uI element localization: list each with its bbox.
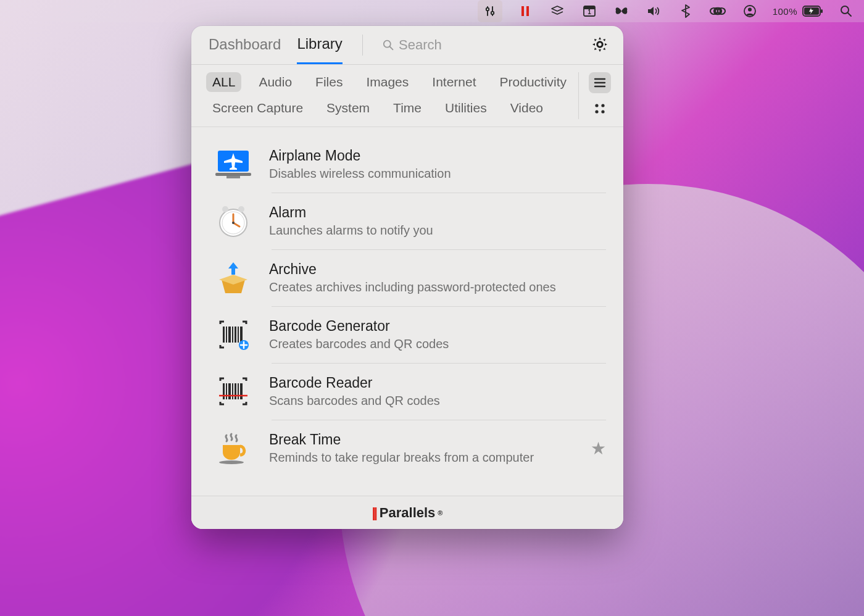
alarm-icon	[214, 201, 253, 241]
menubar-spotlight-icon[interactable]	[837, 0, 855, 22]
filter-productivity[interactable]: Productivity	[494, 72, 573, 92]
panel-footer: || Parallels®	[191, 496, 623, 529]
svg-rect-44	[223, 383, 225, 399]
filter-utilities[interactable]: Utilities	[439, 98, 493, 118]
menubar-battery-icon[interactable]	[802, 0, 823, 22]
item-title: Barcode Reader	[269, 375, 606, 391]
search-field[interactable]	[379, 37, 575, 62]
view-grid-button[interactable]	[589, 98, 611, 119]
svg-point-18	[597, 42, 602, 47]
svg-point-22	[595, 104, 598, 107]
filter-all[interactable]: ALL	[206, 72, 241, 92]
parallels-logo-icon: ||	[372, 505, 376, 521]
list-item-barcode-generator[interactable]: Barcode Generator Creates barcodes and Q…	[191, 306, 623, 363]
svg-point-14	[841, 6, 849, 14]
barcode-reader-icon	[214, 372, 253, 411]
parallels-brand: || Parallels®	[372, 505, 443, 521]
svg-rect-28	[226, 176, 240, 178]
menubar-battery-percent[interactable]: 100%	[773, 0, 797, 22]
menubar-link-icon[interactable]	[708, 0, 727, 22]
tab-library[interactable]: Library	[297, 35, 342, 64]
svg-rect-13	[821, 9, 823, 13]
menubar-parallels-toolbox-icon[interactable]	[478, 0, 502, 22]
svg-rect-37	[226, 327, 227, 343]
airplane-mode-icon	[214, 144, 253, 184]
favorite-star-icon[interactable]: ★	[584, 438, 606, 459]
filter-system[interactable]: System	[320, 98, 376, 118]
menubar-stack-icon[interactable]	[548, 0, 567, 22]
svg-point-0	[486, 8, 488, 10]
svg-rect-27	[215, 173, 251, 176]
svg-rect-39	[232, 327, 233, 343]
filter-files[interactable]: Files	[309, 72, 349, 92]
filter-row: ALL Audio Files Images Internet Producti…	[191, 65, 623, 127]
svg-rect-36	[223, 327, 225, 343]
tool-list: Airplane Mode Disables wireless communic…	[191, 127, 623, 496]
menubar: 1 100%	[0, 0, 864, 22]
panel-header: Dashboard Library	[191, 26, 623, 65]
menubar-parallels-icon[interactable]	[516, 0, 534, 22]
list-item-barcode-reader[interactable]: Barcode Reader Scans barcodes and QR cod…	[191, 363, 623, 420]
view-list-button[interactable]	[589, 72, 611, 93]
svg-rect-49	[238, 383, 239, 399]
svg-point-16	[384, 41, 391, 48]
svg-rect-50	[240, 383, 243, 399]
filter-audio[interactable]: Audio	[252, 72, 298, 92]
item-desc: Creates barcodes and QR codes	[269, 337, 606, 351]
filter-internet[interactable]: Internet	[426, 72, 482, 92]
svg-point-52	[219, 460, 244, 464]
menubar-calendar-icon[interactable]: 1	[580, 0, 599, 22]
item-title: Break Time	[269, 431, 568, 448]
search-icon	[383, 39, 394, 51]
svg-point-24	[595, 110, 598, 113]
svg-rect-47	[232, 383, 233, 399]
svg-point-10	[748, 8, 752, 12]
barcode-generator-icon	[214, 315, 253, 354]
svg-point-35	[232, 222, 235, 224]
item-desc: Scans barcodes and QR codes	[269, 394, 606, 408]
item-desc: Disables wireless communication	[269, 167, 606, 181]
gear-icon	[591, 36, 609, 53]
filter-time[interactable]: Time	[387, 98, 428, 118]
svg-rect-2	[521, 6, 524, 16]
menubar-butterfly-icon[interactable]	[612, 0, 631, 22]
filter-tags: ALL Audio Files Images Internet Producti…	[206, 72, 573, 118]
svg-line-17	[390, 47, 393, 50]
break-time-icon	[214, 428, 253, 468]
item-title: Airplane Mode	[269, 148, 606, 164]
tab-dashboard[interactable]: Dashboard	[209, 36, 281, 63]
list-item-airplane-mode[interactable]: Airplane Mode Disables wireless communic…	[191, 136, 623, 193]
filter-screen-capture[interactable]: Screen Capture	[206, 98, 309, 118]
list-item-alarm[interactable]: Alarm Launches alarms to notify you	[191, 193, 623, 249]
brand-text: Parallels	[380, 505, 436, 521]
filter-video[interactable]: Video	[504, 98, 549, 118]
svg-text:1: 1	[588, 9, 591, 15]
grid-icon	[594, 103, 605, 114]
item-title: Archive	[269, 261, 606, 278]
list-item-archive[interactable]: Archive Creates archives including passw…	[191, 249, 623, 306]
settings-button[interactable]	[591, 36, 611, 63]
svg-rect-40	[235, 327, 236, 343]
menubar-user-icon[interactable]	[741, 0, 759, 22]
list-icon	[594, 78, 606, 88]
item-desc: Creates archives including password-prot…	[269, 280, 606, 294]
menubar-bluetooth-icon[interactable]	[676, 0, 695, 22]
svg-point-23	[601, 104, 604, 107]
svg-point-1	[491, 12, 493, 14]
svg-point-31	[222, 206, 228, 212]
svg-rect-3	[526, 6, 529, 16]
svg-point-25	[601, 110, 604, 113]
svg-point-32	[238, 206, 244, 212]
view-toggles	[578, 72, 611, 119]
filter-images[interactable]: Images	[360, 72, 415, 92]
svg-rect-41	[238, 327, 239, 343]
svg-rect-45	[226, 383, 227, 399]
svg-rect-46	[228, 383, 231, 399]
list-item-break-time[interactable]: Break Time Reminds to take regular break…	[191, 420, 623, 477]
svg-line-15	[848, 13, 851, 16]
search-input[interactable]	[399, 37, 575, 53]
toolbox-panel: Dashboard Library ALL Audio Files Images…	[191, 26, 623, 529]
item-desc: Reminds to take regular breaks from a co…	[269, 451, 568, 465]
menubar-volume-icon[interactable]	[644, 0, 663, 22]
svg-rect-48	[235, 383, 236, 399]
